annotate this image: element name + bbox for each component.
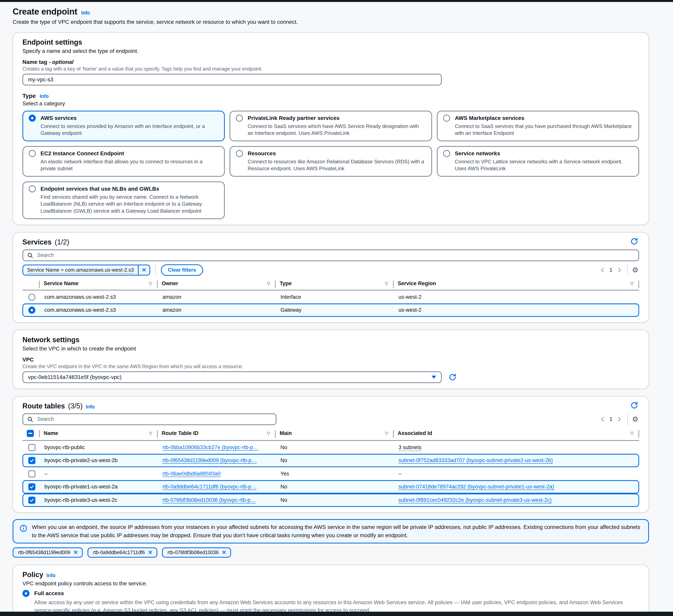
filter-column-icon[interactable]: ▽ xyxy=(149,281,152,286)
subnets-popover-link[interactable]: 3 subnets xyxy=(399,444,422,450)
services-search-input[interactable] xyxy=(36,252,635,259)
type-option-label: Service networks xyxy=(455,150,500,157)
radio-unselected-icon[interactable] xyxy=(443,114,450,122)
radio-unselected-icon[interactable] xyxy=(29,185,36,193)
indeterminate-checkbox-icon[interactable] xyxy=(27,430,34,437)
policy-info-link[interactable]: Info xyxy=(46,573,55,578)
name-tag-input[interactable] xyxy=(22,74,442,85)
row-radio-selected-icon[interactable] xyxy=(28,307,35,314)
subnet-link[interactable]: subnet-07418de78974ac292 (byovpc-subnet-… xyxy=(399,484,554,490)
radio-selected-icon[interactable] xyxy=(29,114,36,122)
chip-label: rtb-0f65438d1199ed009 xyxy=(18,550,70,555)
route-table-id-link[interactable]: rtb-06ae0dbd6a88593a0 xyxy=(163,471,221,477)
type-option-service-networks[interactable]: Service networks Connect to VPC Lattice … xyxy=(437,146,639,177)
name-cell: – xyxy=(40,469,159,479)
type-option-description: Connect to VPC Lattice service networks … xyxy=(455,158,633,172)
route-table-row-private3[interactable]: byovpc-rtb-private3-us-west-2c rtb-076fd… xyxy=(22,494,639,507)
row-radio-unselected-icon[interactable] xyxy=(28,294,35,301)
type-option-label: AWS services xyxy=(40,115,77,121)
route-table-row-public[interactable]: byovpc-rtb-public rtb-0bba10806b33cb27e … xyxy=(22,441,639,454)
type-option-resources[interactable]: Resources Connect to resources like Amaz… xyxy=(230,146,432,177)
type-option-aws-services[interactable]: AWS services Connect to services provide… xyxy=(22,111,225,141)
type-option-nlb-gwlb[interactable]: Endpoint services that use NLBs and GWLB… xyxy=(22,182,225,219)
checkbox-unchecked-icon[interactable] xyxy=(28,444,35,451)
filter-column-icon[interactable]: ▽ xyxy=(267,281,270,286)
type-option-description: Connect to SaaS services which have AWS … xyxy=(248,123,426,136)
type-info-link[interactable]: Info xyxy=(40,93,49,99)
services-refresh-icon[interactable] xyxy=(629,237,639,246)
remove-chip-icon[interactable]: ✕ xyxy=(145,549,156,556)
next-page-icon[interactable] xyxy=(615,267,624,273)
filter-column-icon[interactable]: ▽ xyxy=(149,431,152,436)
service-row-interface[interactable]: com.amazonaws.us-west-2.s3 amazon Interf… xyxy=(22,291,639,303)
route-table-row-main[interactable]: – rtb-06ae0dbd6a88593a0 Yes – xyxy=(22,467,639,480)
services-filter-row: Service Name = com.amazonaws.us-west-2.s… xyxy=(22,264,639,276)
previous-page-icon[interactable] xyxy=(598,416,607,422)
radio-unselected-icon[interactable] xyxy=(443,150,450,157)
route-table-row-private2[interactable]: byovpc-rtb-private2-us-west-2b rtb-0f654… xyxy=(22,454,639,467)
radio-unselected-icon[interactable] xyxy=(29,150,36,157)
route-tables-info-link[interactable]: Info xyxy=(86,404,95,410)
remove-chip-icon[interactable]: ✕ xyxy=(70,549,81,556)
filter-column-icon[interactable]: ▽ xyxy=(630,281,634,286)
previous-page-icon[interactable] xyxy=(598,267,607,273)
route-table-id-link[interactable]: rtb-0f65438d1199ed009 (byovpc-rtb-p… xyxy=(163,457,257,463)
checkbox-checked-icon[interactable] xyxy=(28,497,35,504)
filter-token-text: Service Name = com.amazonaws.us-west-2.s… xyxy=(23,267,138,273)
vpc-selected-value: vpc-0eb11514a74631e5f (byovpc-vpc) xyxy=(28,374,122,380)
column-header-route-table-id: Route Table ID xyxy=(162,430,198,436)
endpoint-info-alert: When you use an endpoint, the source IP … xyxy=(13,519,649,544)
remove-filter-icon[interactable]: ✕ xyxy=(139,267,150,273)
type-option-description: Connect to SaaS services that you have p… xyxy=(455,123,633,136)
type-option-marketplace[interactable]: AWS Marketplace services Connect to SaaS… xyxy=(437,111,639,141)
vpc-select[interactable]: vpc-0eb11514a74631e5f (byovpc-vpc) xyxy=(22,371,442,383)
radio-unselected-icon[interactable] xyxy=(236,114,243,122)
services-card: Services (1/2) Service Name = com.amazon… xyxy=(13,232,649,323)
service-row-gateway[interactable]: com.amazonaws.us-west-2.s3 amazon Gatewa… xyxy=(22,303,639,317)
page-info-link[interactable]: Info xyxy=(81,10,90,16)
policy-option-full-access[interactable]: Full access Allow access by any user or … xyxy=(22,590,639,614)
service-name-cell: com.amazonaws.us-west-2.s3 xyxy=(40,292,159,302)
clear-filters-button[interactable]: Clear filters xyxy=(161,264,203,276)
table-settings-gear-icon[interactable]: ⚙ xyxy=(631,266,639,274)
name-tag-help: Creates a tag with a key of 'Name' and a… xyxy=(22,66,639,72)
name-cell: byovpc-rtb-private2-us-west-2b xyxy=(40,456,159,465)
toolbar-divider xyxy=(155,265,156,276)
filter-column-icon[interactable]: ▽ xyxy=(630,431,634,436)
radio-unselected-icon[interactable] xyxy=(236,150,243,157)
endpoint-settings-subtitle: Specify a name and select the type of en… xyxy=(22,48,639,54)
type-option-ec2-instance-connect[interactable]: EC2 Instance Connect Endpoint An elastic… xyxy=(22,146,225,177)
route-tables-count: (3/5) xyxy=(68,402,82,410)
route-tables-refresh-icon[interactable] xyxy=(629,400,639,410)
filter-column-icon[interactable]: ▽ xyxy=(385,431,388,436)
checkbox-checked-icon[interactable] xyxy=(28,483,35,491)
route-table-row-private1[interactable]: byovpc-rtb-private1-us-west-2a rtb-0a9dd… xyxy=(22,480,639,494)
next-page-icon[interactable] xyxy=(615,416,624,422)
chip-label: rtb-076fdf3b08ed10036 xyxy=(168,550,219,555)
filter-column-icon[interactable]: ▽ xyxy=(385,281,388,286)
type-option-description: Connect to services provided by Amazon w… xyxy=(40,123,219,136)
vpc-refresh-icon[interactable] xyxy=(448,372,457,382)
subnet-link[interactable]: subnet-0f752ad83333ad707 (byovpc-subnet-… xyxy=(399,457,553,463)
route-table-id-link[interactable]: rtb-0a9ddbe64c1711df6 (byovpc-rtb-p… xyxy=(163,484,256,490)
remove-chip-icon[interactable]: ✕ xyxy=(219,549,230,556)
current-page-number[interactable]: 1 xyxy=(607,267,615,273)
subnet-link[interactable]: subnet-0f891cec049232c2e (byovpc-subnet-… xyxy=(399,497,552,503)
checkbox-checked-icon[interactable] xyxy=(28,457,35,464)
owner-cell: amazon xyxy=(159,305,276,315)
type-option-privatelink-partner[interactable]: PrivateLink Ready partner services Conne… xyxy=(230,111,432,141)
services-search[interactable] xyxy=(22,249,639,261)
route-tables-search[interactable] xyxy=(22,413,276,425)
route-table-id-link[interactable]: rtb-076fdf3b08ed10036 (byovpc-rtb-p… xyxy=(163,497,256,503)
filter-column-icon[interactable]: ▽ xyxy=(267,431,270,436)
radio-selected-icon[interactable] xyxy=(22,590,29,597)
policy-title: Policy Info xyxy=(22,571,639,579)
checkbox-unchecked-icon[interactable] xyxy=(28,471,35,478)
current-page-number[interactable]: 1 xyxy=(607,416,615,422)
service-name-filter-token[interactable]: Service Name = com.amazonaws.us-west-2.s… xyxy=(22,265,150,276)
table-settings-gear-icon[interactable]: ⚙ xyxy=(631,415,639,423)
route-table-id-link[interactable]: rtb-0bba10806b33cb27e (byovpc-rtb-p… xyxy=(163,444,258,450)
name-cell: byovpc-rtb-public xyxy=(40,443,159,452)
route-tables-search-input[interactable] xyxy=(36,416,272,422)
type-option-label: EC2 Instance Connect Endpoint xyxy=(40,150,124,157)
